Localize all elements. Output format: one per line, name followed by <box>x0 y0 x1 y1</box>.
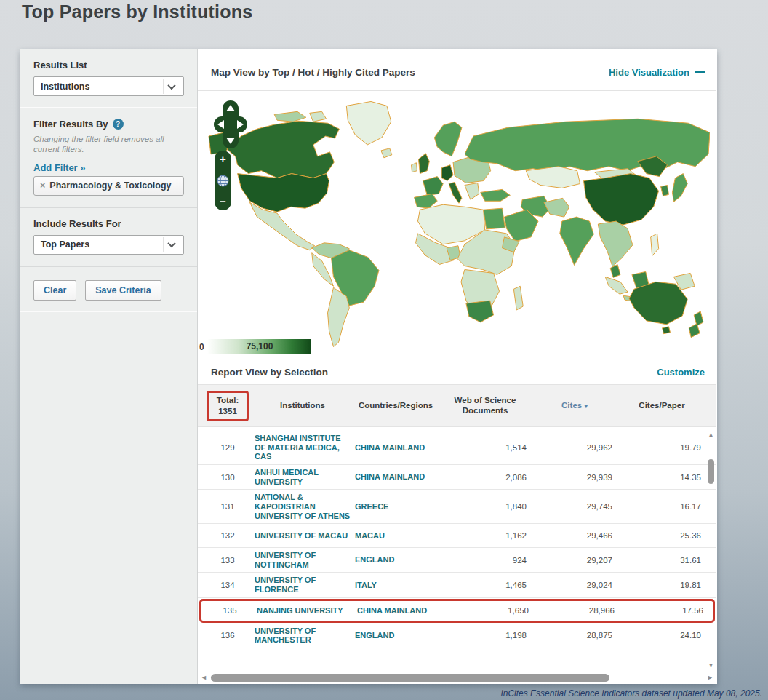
documents-cell: 2,086 <box>441 473 529 482</box>
table-row[interactable]: 135 NANJING UNIVERSITY CHINA MAINLAND 1,… <box>199 599 715 623</box>
cites-per-paper-cell: 24.10 <box>620 631 704 640</box>
table-row[interactable]: 131 NATIONAL & KAPODISTRIAN UNIVERSITY O… <box>198 490 716 524</box>
filter-note: Changing the filter field removes all cu… <box>33 134 184 155</box>
cites-cell: 29,466 <box>534 531 615 540</box>
results-list-section: Results List Institutions <box>20 49 197 108</box>
cites-cell: 28,966 <box>536 606 617 615</box>
table-row[interactable]: 129 SHANGHAI INSTITUTE OF MATERIA MEDICA… <box>198 431 716 465</box>
zoom-in-icon[interactable]: + <box>220 154 226 164</box>
table-row[interactable]: 130 ANHUI MEDICAL UNIVERSITY CHINA MAINL… <box>198 465 716 490</box>
map-pan-control[interactable] <box>214 100 247 148</box>
customize-link[interactable]: Customize <box>657 367 705 378</box>
institution-cell[interactable]: SHANGHAI INSTITUTE OF MATERIA MEDICA, CA… <box>255 434 351 461</box>
legend-gradient-bar: 75,100 <box>207 339 311 354</box>
sort-down-icon: ▾ <box>584 402 588 410</box>
cites-per-paper-cell: 14.35 <box>620 473 704 482</box>
chevron-down-icon <box>163 237 179 252</box>
save-criteria-button[interactable]: Save Criteria <box>85 280 161 301</box>
scroll-right-icon[interactable]: ► <box>707 674 713 681</box>
content-area: Map View by Top / Hot / Highly Cited Pap… <box>198 49 716 684</box>
globe-icon[interactable] <box>217 175 229 187</box>
table-body: 129 SHANGHAI INSTITUTE OF MATERIA MEDICA… <box>198 427 716 672</box>
country-cell[interactable]: ITALY <box>355 581 436 590</box>
col-wos-documents[interactable]: Web of Science Documents <box>441 396 529 416</box>
pan-right-icon[interactable] <box>237 120 244 129</box>
col-countries[interactable]: Countries/Regions <box>355 401 436 411</box>
country-cell[interactable]: ENGLAND <box>355 555 436 565</box>
institution-cell[interactable]: NANJING UNIVERSITY <box>257 606 353 616</box>
cites-per-paper-cell: 19.81 <box>620 581 704 589</box>
dataset-footer-note: InCites Essential Science Indicators dat… <box>500 688 762 699</box>
horizontal-scroll-thumb[interactable] <box>211 674 609 682</box>
total-value: 1351 <box>218 407 237 415</box>
cites-per-paper-cell: 25.36 <box>620 531 704 540</box>
documents-cell: 1,650 <box>443 606 532 615</box>
rank-cell: 132 <box>205 531 250 540</box>
table-row[interactable]: 133 UNIVERSITY OF NOTTINGHAM ENGLAND 924… <box>198 548 716 573</box>
include-results-label: Include Results For <box>33 218 184 229</box>
page-title: Top Papers by Institutions <box>22 1 252 23</box>
country-cell[interactable]: CHINA MAINLAND <box>357 606 439 616</box>
country-cell[interactable]: CHINA MAINLAND <box>355 472 436 482</box>
col-cites-per-paper[interactable]: Cites/Paper <box>620 401 704 411</box>
institution-cell[interactable]: NATIONAL & KAPODISTRIAN UNIVERSITY OF AT… <box>255 493 351 520</box>
vertical-scrollbar[interactable]: ▲ ▼ <box>706 431 716 669</box>
country-cell[interactable]: ENGLAND <box>355 631 436 640</box>
add-filter-link[interactable]: Add Filter » <box>33 162 86 173</box>
pan-left-icon[interactable] <box>217 120 224 129</box>
map-legend: 0 75,100 <box>199 339 311 354</box>
table-row[interactable]: 132 UNIVERSITY OF MACAU MACAU 1,162 29,4… <box>198 524 716 548</box>
chevron-down-icon <box>163 79 179 94</box>
col-institutions[interactable]: Institutions <box>255 401 351 411</box>
cites-per-paper-cell: 17.56 <box>622 606 706 615</box>
pan-down-icon[interactable] <box>226 138 235 144</box>
rank-cell: 135 <box>207 606 252 615</box>
horizontal-scrollbar[interactable]: ◄ ► <box>201 673 713 684</box>
institution-cell[interactable]: UNIVERSITY OF MACAU <box>255 531 351 541</box>
institution-cell[interactable]: UNIVERSITY OF MANCHESTER <box>255 627 351 645</box>
help-icon[interactable]: ? <box>113 119 124 130</box>
institution-cell[interactable]: UNIVERSITY OF FLORENCE <box>255 576 351 594</box>
institution-cell[interactable]: ANHUI MEDICAL UNIVERSITY <box>255 468 351 486</box>
map-header: Map View by Top / Hot / Highly Cited Pap… <box>198 49 716 91</box>
col-cites-sort[interactable]: Cites ▾ <box>534 401 615 411</box>
results-list-label: Results List <box>33 60 184 71</box>
results-list-select[interactable]: Institutions <box>33 76 184 96</box>
results-list-value: Institutions <box>41 81 89 92</box>
rank-cell: 136 <box>205 631 250 640</box>
documents-cell: 1,162 <box>441 531 529 540</box>
institution-cell[interactable]: UNIVERSITY OF NOTTINGHAM <box>255 551 351 569</box>
cites-cell: 28,875 <box>534 631 615 640</box>
total-cell: Total: 1351 <box>205 388 250 424</box>
map-zoom-control[interactable]: + − <box>215 151 231 210</box>
country-cell[interactable]: GREECE <box>355 502 436 512</box>
cites-per-paper-cell: 19.79 <box>620 443 704 452</box>
map-visualization[interactable]: + − 0 75,100 <box>198 91 716 360</box>
country-cell[interactable]: MACAU <box>355 531 436 541</box>
remove-filter-icon[interactable]: × <box>40 180 45 191</box>
clear-button[interactable]: Clear <box>33 280 76 301</box>
filter-chip[interactable]: × Pharmacology & Toxicology <box>40 180 177 191</box>
include-results-select[interactable]: Top Papers <box>33 235 184 255</box>
table-row[interactable]: 134 UNIVERSITY OF FLORENCE ITALY 1,465 2… <box>198 573 716 597</box>
hide-visualization-link[interactable]: Hide Visualization <box>609 67 705 78</box>
filter-chip-box: × Pharmacology & Toxicology <box>33 176 184 196</box>
zoom-out-icon[interactable]: − <box>220 196 226 207</box>
legend-max-label: 75,100 <box>247 341 273 351</box>
vertical-scroll-thumb[interactable] <box>708 459 714 484</box>
cites-cell: 29,024 <box>534 581 615 589</box>
scroll-up-icon[interactable]: ▲ <box>706 431 716 438</box>
scroll-down-icon[interactable]: ▼ <box>706 662 716 669</box>
scroll-left-icon[interactable]: ◄ <box>201 674 207 681</box>
table-header-row: Total: 1351 Institutions Countries/Regio… <box>198 384 716 427</box>
filter-section: Filter Results By ? Changing the filter … <box>20 108 197 208</box>
rank-cell: 134 <box>205 581 250 589</box>
country-cell[interactable]: CHINA MAINLAND <box>355 443 436 453</box>
filter-chip-label: Pharmacology & Toxicology <box>49 180 171 191</box>
actions-section: Clear Save Criteria <box>20 267 197 312</box>
pan-up-icon[interactable] <box>226 105 235 111</box>
table-row[interactable]: 136 UNIVERSITY OF MANCHESTER ENGLAND 1,1… <box>198 624 716 648</box>
documents-cell: 1,840 <box>441 502 529 511</box>
cites-cell: 29,207 <box>534 556 615 565</box>
total-label: Total: <box>217 396 239 405</box>
